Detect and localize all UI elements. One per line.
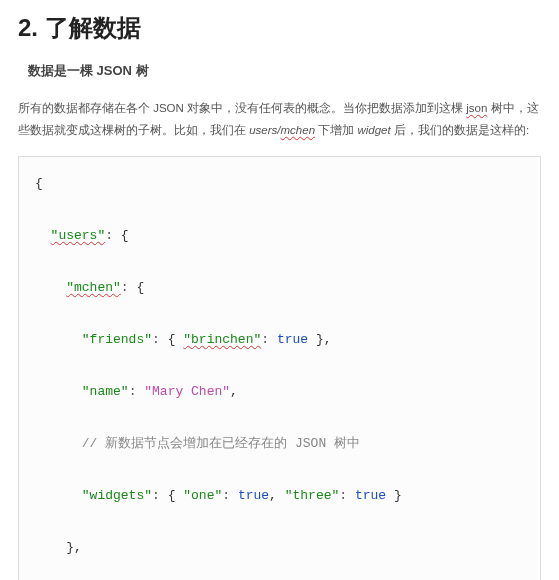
json-key-three: "three" (285, 488, 340, 503)
body-paragraph: 所有的数据都存储在各个 JSON 对象中，没有任何表的概念。当你把数据添加到这棵… (18, 98, 541, 142)
para-text: 后，我们的数据是这样的: (391, 124, 529, 136)
spellcheck-word-mchen: mchen (281, 124, 316, 136)
json-true: true (277, 332, 308, 347)
json-key-widgets: "widgets" (82, 488, 152, 503)
path-users: users/ (249, 124, 280, 136)
code-block: { "users": { "mchen": { "friends": { "br… (18, 156, 541, 580)
json-key-users: "users" (51, 228, 106, 243)
json-key-friends: "friends" (82, 332, 152, 347)
json-key-one: "one" (183, 488, 222, 503)
spellcheck-word-json: json (466, 102, 487, 114)
json-true: true (238, 488, 269, 503)
json-key-brinchen: "brinchen" (183, 332, 261, 347)
json-key-mchen: "mchen" (66, 280, 121, 295)
para-text: 所有的数据都存储在各个 JSON 对象中，没有任何表的概念。当你把数据添加到这棵 (18, 102, 466, 114)
json-value-name: "Mary Chen" (144, 384, 230, 399)
json-true: true (355, 488, 386, 503)
section-subheading: 数据是一棵 JSON 树 (28, 62, 541, 80)
para-text: 下增加 (315, 124, 357, 136)
widget-word: widget (357, 124, 390, 136)
json-key-name: "name" (82, 384, 129, 399)
section-heading: 2. 了解数据 (18, 12, 541, 44)
code-comment: // 新数据节点会增加在已经存在的 JSON 树中 (82, 436, 360, 451)
